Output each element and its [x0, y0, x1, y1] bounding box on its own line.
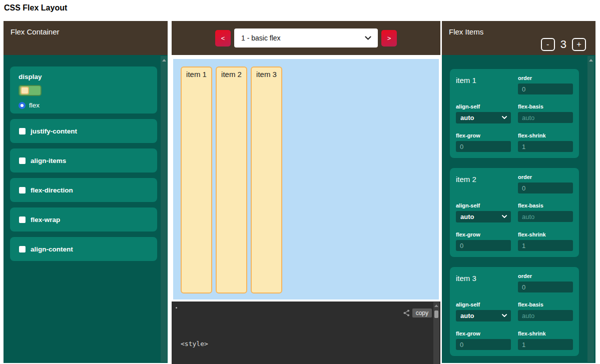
item-2-card: item 2 order align-self auto flex-basis	[450, 168, 579, 257]
left-panel-scrollbar[interactable]	[161, 56, 167, 362]
align-content-checkbox[interactable]	[19, 246, 26, 252]
order-label: order	[518, 174, 573, 180]
flex-basis-label: flex-basis	[518, 202, 573, 208]
item-2-flex-grow-input[interactable]	[456, 240, 511, 251]
item-1-flex-grow-input[interactable]	[456, 141, 511, 152]
align-content-card: align-content	[10, 237, 157, 261]
flex-wrap-label: flex-wrap	[31, 216, 60, 224]
flex-wrap-card: flex-wrap	[10, 208, 157, 232]
display-card: display flex	[10, 66, 157, 114]
flex-direction-label: flex-direction	[31, 186, 73, 194]
prev-example-button[interactable]: <	[215, 30, 231, 46]
align-self-value: auto	[460, 312, 474, 320]
chevron-down-icon	[502, 116, 507, 120]
flex-items-panel-title: Flex Items	[449, 28, 483, 36]
flex-wrap-checkbox[interactable]	[19, 216, 26, 223]
example-nav-header: < 1 - basic flex >	[172, 21, 440, 55]
scroll-up-arrow-icon[interactable]	[162, 59, 166, 62]
item-3-flex-basis-input[interactable]	[518, 310, 573, 321]
item-3-title: item 3	[456, 273, 511, 292]
item-2-order-input[interactable]	[518, 182, 573, 194]
code-scroll-up-arrow-icon[interactable]	[434, 304, 438, 307]
display-label: display	[19, 73, 149, 80]
example-select-value: 1 - basic flex	[241, 34, 281, 42]
item-3-order-input[interactable]	[518, 282, 573, 292]
item-1-card: item 1 order align-self auto flex-basis	[450, 69, 579, 158]
align-self-value: auto	[460, 213, 474, 220]
flex-basis-label: flex-basis	[518, 302, 573, 308]
item-3-card: item 3 order align-self auto flex-basis	[450, 267, 579, 356]
flex-items-panel: Flex Items - 3 + item 1 order align-self…	[442, 21, 595, 363]
align-content-label: align-content	[31, 246, 73, 253]
chevron-down-icon	[365, 36, 371, 40]
align-self-label: align-self	[456, 302, 511, 308]
preview-item-2: item 2	[216, 66, 247, 294]
item-1-flex-shrink-input[interactable]	[518, 141, 573, 152]
item-3-flex-grow-input[interactable]	[456, 339, 511, 350]
justify-content-checkbox[interactable]	[19, 128, 26, 134]
align-items-card: align-items	[10, 148, 157, 172]
flex-grow-label: flex-grow	[456, 232, 511, 238]
align-items-label: align-items	[31, 157, 66, 164]
flex-shrink-label: flex-shrink	[518, 330, 573, 336]
flex-radio-label: flex	[29, 102, 40, 109]
order-label: order	[518, 75, 573, 81]
item-3-align-self-select[interactable]: auto	[456, 310, 511, 322]
right-panel-scrollbar[interactable]	[587, 56, 594, 362]
flex-direction-checkbox[interactable]	[19, 187, 26, 194]
code-panel-dot	[176, 307, 177, 308]
align-self-value: auto	[460, 114, 474, 122]
preview-item-3: item 3	[251, 66, 282, 294]
flex-preview-container: item 1 item 2 item 3	[173, 59, 439, 300]
flex-shrink-label: flex-shrink	[518, 232, 573, 238]
display-toggle[interactable]	[19, 85, 42, 96]
item-count: 3	[560, 38, 566, 51]
next-example-button[interactable]: >	[381, 30, 397, 46]
display-flex-radio-row: flex	[19, 102, 149, 109]
justify-content-card: justify-content	[10, 119, 157, 143]
align-items-checkbox[interactable]	[19, 158, 26, 164]
item-3-flex-shrink-input[interactable]	[518, 339, 573, 350]
display-toggle-knob[interactable]	[21, 86, 29, 94]
flex-container-panel-header: Flex Container	[4, 21, 168, 55]
page-title: CSS Flex Layout	[4, 4, 67, 12]
flex-items-panel-header: Flex Items - 3 +	[442, 21, 595, 55]
flex-container-panel: Flex Container display flex justify-cont…	[4, 21, 168, 363]
flex-grow-label: flex-grow	[456, 132, 511, 138]
align-self-label: align-self	[456, 104, 511, 110]
increase-items-button[interactable]: +	[572, 38, 586, 51]
flex-items-panel-body: item 1 order align-self auto flex-basis	[442, 55, 595, 363]
flex-direction-card: flex-direction	[10, 178, 157, 202]
scroll-up-arrow-icon[interactable]	[589, 59, 593, 62]
order-label: order	[518, 273, 573, 279]
flex-basis-label: flex-basis	[518, 104, 573, 110]
flex-radio[interactable]	[19, 102, 26, 109]
flex-container-panel-body: display flex justify-content align-items…	[4, 55, 168, 363]
flex-shrink-label: flex-shrink	[518, 132, 573, 138]
code-panel: copy <style> .flex-container { display: …	[172, 302, 440, 364]
share-icon[interactable]	[402, 309, 410, 317]
chevron-down-icon	[502, 215, 507, 218]
item-1-flex-basis-input[interactable]	[518, 112, 573, 123]
item-count-stepper: - 3 +	[541, 38, 586, 51]
justify-content-label: justify-content	[31, 128, 77, 135]
preview-item-1: item 1	[181, 66, 212, 294]
code-scrollbar-thumb[interactable]	[434, 310, 438, 318]
item-1-align-self-select[interactable]: auto	[456, 112, 511, 124]
code-scrollbar[interactable]	[433, 302, 439, 364]
item-2-title: item 2	[456, 174, 511, 194]
code-line: <style>	[181, 339, 255, 348]
item-2-flex-basis-input[interactable]	[518, 211, 573, 222]
flex-grow-label: flex-grow	[456, 330, 511, 336]
chevron-down-icon	[502, 314, 507, 318]
flex-container-panel-title: Flex Container	[11, 28, 60, 36]
item-1-title: item 1	[456, 75, 511, 94]
item-2-align-self-select[interactable]: auto	[456, 211, 511, 222]
align-self-label: align-self	[456, 202, 511, 208]
item-1-order-input[interactable]	[518, 84, 573, 94]
decrease-items-button[interactable]: -	[541, 38, 555, 51]
example-select[interactable]: 1 - basic flex	[234, 28, 378, 48]
code-block: <style> .flex-container { display: flex;	[181, 320, 255, 364]
item-2-flex-shrink-input[interactable]	[518, 240, 573, 251]
copy-button[interactable]: copy	[412, 308, 432, 318]
